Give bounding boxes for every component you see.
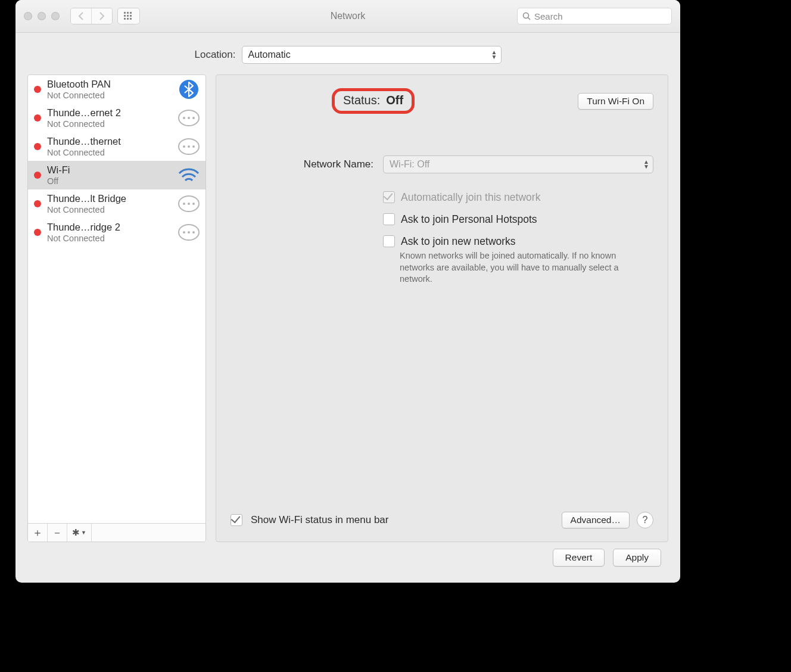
bluetooth-icon (177, 79, 201, 99)
zoom-window-button[interactable] (51, 12, 60, 20)
service-item-thunderbolt-bridge-2[interactable]: Thunde…ridge 2 Not Connected (28, 218, 205, 247)
service-status: Not Connected (47, 205, 171, 214)
ask-hotspot-checkbox-row: Ask to join Personal Hotspots (383, 213, 653, 226)
remove-service-button[interactable]: － (48, 524, 67, 542)
svg-point-26 (188, 231, 190, 234)
svg-rect-3 (124, 15, 126, 17)
status-dot-icon (34, 114, 41, 122)
window-body: Location: Automatic ▲▼ Bluetooth PAN Not… (15, 33, 680, 583)
svg-point-21 (183, 203, 185, 205)
back-button[interactable] (71, 8, 91, 24)
service-item-thunderbolt-ethernet[interactable]: Thunde…thernet Not Connected (28, 132, 205, 161)
service-item-wifi[interactable]: Wi-Fi Off (28, 161, 205, 189)
svg-point-23 (192, 203, 195, 205)
svg-point-14 (188, 117, 190, 119)
stepper-icon: ▲▼ (490, 48, 499, 62)
grid-icon (124, 12, 133, 20)
detail-panel: Status: Off Turn Wi-Fi On Network Name: … (216, 74, 668, 542)
apply-label: Apply (625, 552, 649, 563)
footer-buttons: Revert Apply (27, 542, 668, 573)
location-label: Location: (195, 49, 236, 61)
status-value: Off (386, 94, 403, 107)
thunderbolt-icon (177, 109, 201, 127)
svg-rect-7 (127, 18, 129, 20)
svg-point-27 (192, 231, 195, 234)
apply-button[interactable]: Apply (613, 549, 661, 567)
svg-point-22 (188, 203, 190, 205)
show-status-menu-label: Show Wi-Fi status in menu bar (251, 514, 388, 526)
ask-new-help-text: Known networks will be joined automatica… (400, 250, 638, 285)
svg-rect-1 (127, 12, 129, 14)
thunderbolt-icon (177, 138, 201, 155)
thunderbolt-icon (177, 223, 201, 241)
chevron-right-icon (99, 12, 105, 20)
minimize-window-button[interactable] (38, 12, 46, 20)
service-status: Not Connected (47, 91, 171, 100)
ask-new-label: Ask to join new networks (401, 235, 516, 248)
show-status-menu-checkbox[interactable] (231, 514, 242, 526)
services-sidebar: Bluetooth PAN Not Connected Thunde…ernet… (27, 74, 206, 542)
add-service-button[interactable]: ＋ (28, 524, 48, 542)
svg-point-19 (192, 145, 195, 148)
auto-join-checkbox[interactable] (383, 191, 395, 203)
search-placeholder: Search (534, 11, 563, 21)
gear-icon: ✱ (72, 527, 80, 538)
status-dot-icon (34, 172, 41, 179)
ask-new-checkbox[interactable] (383, 235, 395, 247)
location-row: Location: Automatic ▲▼ (27, 46, 668, 64)
search-field[interactable]: Search (517, 8, 672, 24)
toolbar: Network Search (15, 0, 680, 33)
service-item-thunderbolt-ethernet-2[interactable]: Thunde…ernet 2 Not Connected (28, 104, 205, 132)
revert-button[interactable]: Revert (553, 549, 605, 567)
ask-hotspot-checkbox[interactable] (383, 213, 395, 225)
chevron-down-icon: ▼ (81, 530, 86, 536)
show-all-button[interactable] (117, 8, 140, 24)
services-list[interactable]: Bluetooth PAN Not Connected Thunde…ernet… (28, 75, 205, 523)
location-select[interactable]: Automatic ▲▼ (242, 46, 502, 64)
chevron-left-icon (78, 12, 84, 20)
service-name: Thunde…ridge 2 (47, 222, 171, 233)
service-name: Wi-Fi (47, 164, 171, 176)
svg-point-17 (183, 145, 185, 148)
help-button[interactable]: ? (637, 512, 653, 528)
svg-rect-8 (130, 18, 132, 20)
service-item-thunderbolt-bridge[interactable]: Thunde…lt Bridge Not Connected (28, 189, 205, 218)
svg-rect-6 (124, 18, 126, 20)
service-name: Thunde…thernet (47, 136, 171, 147)
service-status: Not Connected (47, 234, 171, 243)
status-highlight: Status: Off (332, 88, 415, 114)
service-name: Bluetooth PAN (47, 79, 171, 90)
service-actions-menu[interactable]: ✱▼ (67, 524, 92, 542)
search-icon (522, 12, 531, 20)
advanced-label: Advanced… (571, 515, 621, 525)
network-name-label: Network Name: (231, 158, 373, 170)
ask-new-checkbox-row: Ask to join new networks (383, 235, 653, 248)
wifi-icon (177, 166, 201, 184)
status-dot-icon (34, 229, 41, 236)
service-item-bluetooth-pan[interactable]: Bluetooth PAN Not Connected (28, 75, 205, 104)
forward-button[interactable] (91, 8, 112, 24)
nav-buttons (70, 8, 113, 24)
svg-rect-4 (127, 15, 129, 17)
location-value: Automatic (248, 49, 291, 60)
status-dot-icon (34, 143, 41, 150)
close-window-button[interactable] (24, 12, 32, 20)
advanced-button[interactable]: Advanced… (562, 512, 630, 528)
svg-point-15 (192, 117, 195, 119)
status-label: Status: (343, 94, 380, 107)
service-status: Not Connected (47, 148, 171, 157)
window-controls (24, 12, 60, 20)
svg-line-10 (528, 18, 531, 20)
network-name-select[interactable]: Wi-Fi: Off ▲▼ (383, 155, 653, 173)
turn-wifi-on-button[interactable]: Turn Wi-Fi On (578, 93, 653, 110)
auto-join-checkbox-row: Automatically join this network (383, 191, 653, 204)
svg-rect-2 (130, 12, 132, 14)
ask-hotspot-label: Ask to join Personal Hotspots (401, 213, 537, 226)
stepper-icon: ▲▼ (642, 157, 650, 172)
svg-point-13 (183, 117, 185, 119)
auto-join-label: Automatically join this network (401, 191, 540, 204)
service-status: Off (47, 176, 171, 186)
status-dot-icon (34, 86, 41, 93)
service-name: Thunde…lt Bridge (47, 193, 171, 204)
svg-rect-5 (130, 15, 132, 17)
